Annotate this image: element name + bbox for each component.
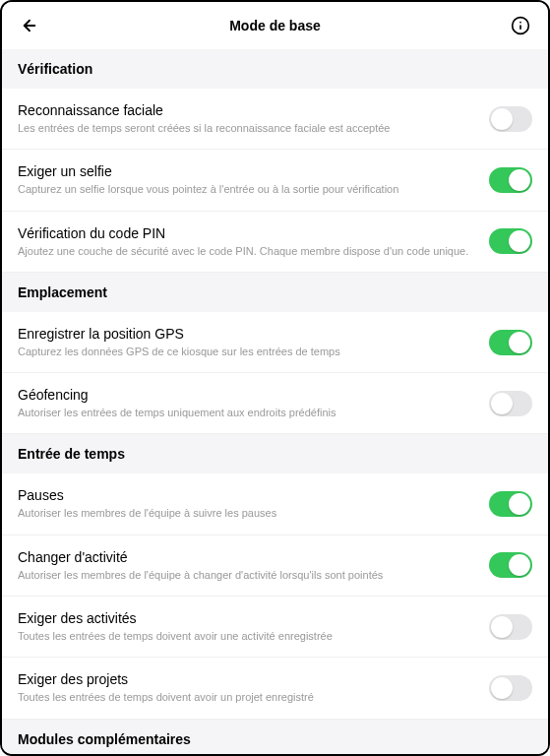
section-time-entry: Entrée de temps [2, 434, 548, 473]
setting-desc: Capturez un selfie lorsque vous pointez … [18, 182, 473, 196]
setting-pin: Vérification du code PIN Ajoutez une cou… [2, 212, 548, 273]
setting-breaks: Pauses Autoriser les membres de l'équipe… [2, 473, 548, 535]
setting-require-activities: Exiger des activités Toutes les entrées … [2, 597, 548, 658]
setting-desc: Autoriser les entrées de temps uniquemen… [18, 406, 473, 419]
setting-desc: Autoriser les membres de l'équipe à suiv… [18, 506, 473, 520]
info-button[interactable] [509, 14, 532, 37]
setting-title: Enregistrer la position GPS [18, 326, 473, 342]
header: Mode de base [2, 2, 548, 49]
toggle-gps[interactable] [489, 330, 532, 355]
setting-title: Changer d'activité [18, 549, 473, 565]
back-button[interactable] [18, 14, 41, 37]
setting-selfie: Exiger un selfie Capturez un selfie lors… [2, 150, 548, 211]
setting-title: Exiger des activités [18, 610, 473, 626]
setting-desc: Capturez les données GPS de ce kiosque s… [18, 345, 473, 358]
toggle-change-activity[interactable] [489, 552, 532, 578]
setting-desc: Les entrées de temps seront créées si la… [18, 121, 473, 135]
setting-require-projects: Exiger des projets Toutes les entrées de… [2, 658, 548, 719]
toggle-pin[interactable] [489, 228, 532, 254]
setting-title: Pauses [18, 487, 473, 503]
section-location: Emplacement [2, 273, 548, 312]
setting-title: Géofencing [18, 387, 473, 403]
setting-gps: Enregistrer la position GPS Capturez les… [2, 312, 548, 373]
setting-desc: Autoriser les membres de l'équipe à chan… [18, 568, 473, 582]
setting-facial-recognition: Reconnaissance faciale Les entrées de te… [2, 89, 548, 150]
toggle-geofencing[interactable] [489, 391, 532, 416]
toggle-require-activities[interactable] [489, 614, 532, 640]
section-modules: Modules complémentaires [2, 720, 548, 754]
setting-title: Exiger un selfie [18, 163, 473, 179]
toggle-breaks[interactable] [489, 491, 532, 517]
info-icon [511, 16, 530, 35]
back-arrow-icon [21, 17, 38, 34]
setting-desc: Ajoutez une couche de sécurité avec le c… [18, 244, 473, 258]
content-scroll[interactable]: Vérification Reconnaissance faciale Les … [2, 49, 548, 754]
setting-change-activity: Changer d'activité Autoriser les membres… [2, 536, 548, 597]
toggle-selfie[interactable] [489, 167, 532, 193]
setting-title: Vérification du code PIN [18, 225, 473, 241]
setting-geofencing: Géofencing Autoriser les entrées de temp… [2, 373, 548, 434]
setting-desc: Toutes les entrées de temps doivent avoi… [18, 629, 473, 643]
setting-title: Exiger des projets [18, 671, 473, 687]
toggle-require-projects[interactable] [489, 675, 532, 701]
setting-title: Reconnaissance faciale [18, 102, 473, 118]
section-verification: Vérification [2, 49, 548, 89]
page-title: Mode de base [229, 18, 321, 33]
toggle-facial-recognition[interactable] [489, 106, 532, 132]
setting-desc: Toutes les entrées de temps doivent avoi… [18, 690, 473, 704]
